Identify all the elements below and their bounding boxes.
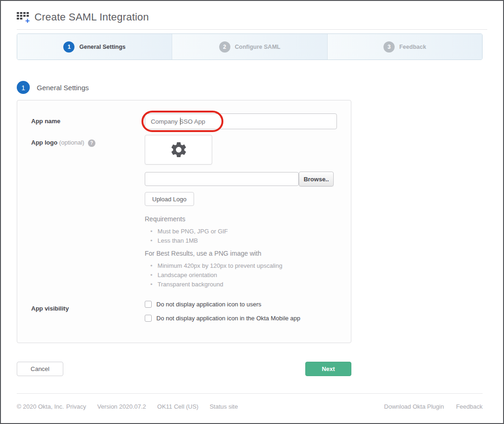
best-results-title: For Best Results, use a PNG image with — [145, 250, 337, 257]
best-results-item: Minimum 420px by 120px to prevent upscal… — [150, 261, 337, 270]
plus-icon: + — [25, 17, 30, 25]
app-visibility-row: App visibility Do not display applicatio… — [17, 301, 351, 329]
page-header: + Create SAML Integration — [17, 11, 487, 30]
cell-text: OK11 Cell (US) — [157, 403, 199, 410]
app-visibility-label: App visibility — [31, 301, 145, 329]
step-2-label: Configure SAML — [235, 44, 281, 50]
requirements-title: Requirements — [145, 215, 337, 223]
version-text: Version 2020.07.2 — [97, 403, 146, 410]
page-title: Create SAML Integration — [34, 11, 149, 23]
gear-icon — [169, 140, 188, 159]
wizard-actions: Cancel Next — [17, 362, 351, 376]
logo-preview-box — [145, 135, 212, 165]
status-site-link[interactable]: Status site — [209, 403, 238, 410]
wizard-step-feedback: 3 Feedback — [328, 34, 482, 60]
footer-divider — [17, 393, 483, 394]
general-settings-panel: App name App logo (optional) ? Browse. — [17, 100, 351, 343]
app-name-input[interactable] — [145, 113, 337, 129]
page-footer: © 2020 Okta, Inc. Privacy Version 2020.0… — [17, 403, 483, 410]
best-results-item: Landscape orientation — [150, 270, 337, 279]
visibility-option-row: Do not display application icon in the O… — [145, 315, 337, 322]
section-heading: 1 General Settings — [17, 81, 487, 94]
section-number-badge: 1 — [17, 81, 30, 94]
app-logo-label-text: App logo — [31, 139, 57, 146]
step-1-badge: 1 — [63, 41, 74, 53]
visibility-option-row: Do not display application icon to users — [145, 301, 337, 308]
wizard-step-configure-saml: 2 Configure SAML — [172, 34, 327, 60]
requirements-list: Must be PNG, JPG or GIF Less than 1MB — [150, 226, 337, 245]
next-button[interactable]: Next — [305, 362, 351, 376]
step-3-label: Feedback — [399, 44, 426, 50]
footer-right: Download Okta Plugin Feedback — [372, 403, 483, 410]
step-3-badge: 3 — [383, 41, 395, 53]
download-okta-plugin-link[interactable]: Download Okta Plugin — [384, 403, 444, 410]
hide-icon-mobile-label: Do not display application icon in the O… — [156, 315, 300, 322]
add-application-icon: + — [17, 12, 29, 23]
app-logo-label: App logo (optional) ? — [31, 135, 145, 289]
feedback-link[interactable]: Feedback — [456, 403, 483, 410]
optional-note: (optional) — [59, 139, 84, 146]
step-2-badge: 2 — [219, 41, 230, 53]
app-name-row: App name — [17, 113, 351, 129]
logo-file-path-input[interactable] — [145, 172, 299, 186]
text-caret — [180, 118, 181, 125]
copyright-text: © 2020 Okta, Inc. — [17, 403, 64, 410]
best-results-item: Transparent background — [150, 279, 337, 289]
hide-icon-mobile-checkbox[interactable] — [145, 315, 152, 322]
privacy-link[interactable]: Privacy — [66, 403, 86, 410]
hide-icon-users-checkbox[interactable] — [145, 301, 152, 308]
requirement-item: Must be PNG, JPG or GIF — [150, 226, 337, 236]
upload-logo-button[interactable]: Upload Logo — [145, 192, 194, 206]
requirement-item: Less than 1MB — [150, 236, 337, 245]
browse-button[interactable]: Browse.. — [299, 172, 334, 186]
wizard-step-general-settings: 1 General Settings — [17, 34, 172, 60]
hide-icon-users-label: Do not display application icon to users — [156, 301, 261, 308]
step-1-label: General Settings — [79, 44, 125, 50]
app-name-label: App name — [31, 113, 145, 129]
footer-left: © 2020 Okta, Inc. Privacy Version 2020.0… — [17, 403, 249, 410]
cancel-button[interactable]: Cancel — [17, 362, 63, 376]
help-icon[interactable]: ? — [88, 139, 95, 147]
best-results-list: Minimum 420px by 120px to prevent upscal… — [150, 261, 337, 289]
create-saml-integration-page: { "page": { "title": "Create SAML Integr… — [0, 0, 504, 424]
logo-file-row: Browse.. — [145, 172, 337, 186]
section-title: General Settings — [37, 84, 89, 92]
wizard-progress-bar: 1 General Settings 2 Configure SAML 3 Fe… — [17, 33, 483, 60]
app-logo-row: App logo (optional) ? Browse.. Upload Lo… — [17, 135, 351, 289]
